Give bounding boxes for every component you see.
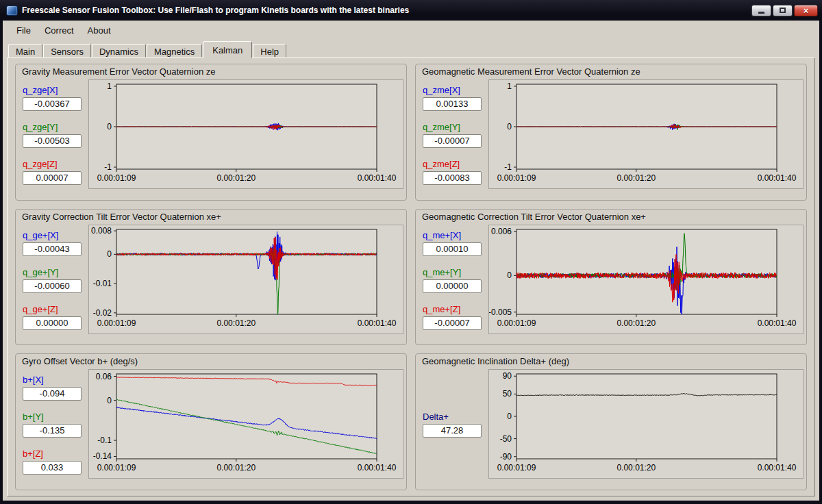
chart-geomagnetic-inclination: 90500-50-900.00:01:090.00:01:200.00:01:4… <box>488 369 804 479</box>
menu-item-about[interactable]: About <box>81 23 118 38</box>
maximize-button[interactable] <box>773 5 793 16</box>
tab-kalman[interactable]: Kalman <box>203 41 252 58</box>
field-q-ge-y: q_ge+[Y] -0.00060 <box>23 267 90 293</box>
svg-text:-90: -90 <box>500 452 512 462</box>
field-q-zme-x: q_zme[X] 0.00133 <box>423 85 490 111</box>
kalman-tab-panel: Gravity Measurement Error Vector Quatern… <box>7 58 815 496</box>
svg-text:0.00:01:20: 0.00:01:20 <box>616 318 656 328</box>
menu-item-correct[interactable]: Correct <box>38 23 81 38</box>
field-label-q-ge-x: q_ge+[X] <box>23 230 90 240</box>
field-value-q-me-y[interactable]: 0.00000 <box>423 279 482 293</box>
close-icon: × <box>804 5 809 16</box>
panel-title: Geomagnetic Measurement Error Vector Qua… <box>422 66 640 77</box>
chart-gyro-offset-vector: 0.060-0.1-0.140.00:01:090.00:01:200.00:0… <box>88 369 403 479</box>
menu-item-file[interactable]: File <box>10 23 38 38</box>
svg-text:1: 1 <box>107 81 112 91</box>
svg-text:0.00:01:40: 0.00:01:40 <box>358 173 397 183</box>
field-value-q-me-x[interactable]: 0.00010 <box>423 242 482 256</box>
tab-main[interactable]: Main <box>8 44 42 58</box>
svg-text:-0.14: -0.14 <box>93 452 112 462</box>
field-q-zme-y: q_zme[Y] -0.00007 <box>423 122 490 148</box>
field-label-q-ge-y: q_ge+[Y] <box>23 267 90 277</box>
window-controls: × <box>751 5 818 16</box>
svg-text:0: 0 <box>507 122 512 131</box>
field-label-q-zge-y: q_zge[Y] <box>23 122 90 132</box>
chart-svg: 0.0060-0.0050.00:01:090.00:01:200.00:01:… <box>489 225 803 333</box>
panel-geomagnetic-correction-tilt-error: Geomagnetic Correction Tilt Error Vector… <box>415 209 807 346</box>
tab-bar: Main Sensors Dynamics Magnetics Kalman H… <box>7 40 815 58</box>
chart-geomagnetic-measurement-error: 10-10.00:01:090.00:01:200.00:01:40 <box>488 79 804 189</box>
field-group: q_zge[X] -0.00367 q_zge[Y] -0.00503 q_zg… <box>23 85 90 196</box>
field-value-q-zge-y[interactable]: -0.00503 <box>23 134 82 148</box>
field-label-q-zme-x: q_zme[X] <box>423 85 490 95</box>
svg-text:0: 0 <box>507 412 512 421</box>
field-value-q-ge-y[interactable]: -0.00060 <box>23 279 82 293</box>
field-value-q-zme-x[interactable]: 0.00133 <box>423 97 482 111</box>
field-label-q-zge-x: q_zge[X] <box>23 85 90 95</box>
panel-title: Geomagnetic Correction Tilt Error Vector… <box>422 212 646 222</box>
field-value-b-x[interactable]: -0.094 <box>23 387 82 401</box>
svg-text:0: 0 <box>107 249 112 259</box>
window-body: File Correct About Main Sensors Dynamics… <box>3 21 819 501</box>
svg-text:0.00:01:09: 0.00:01:09 <box>97 173 136 183</box>
field-value-q-zge-z[interactable]: 0.00007 <box>23 171 82 185</box>
field-value-q-zge-x[interactable]: -0.00367 <box>23 97 82 111</box>
field-group: q_zme[X] 0.00133 q_zme[Y] -0.00007 q_zme… <box>423 85 490 196</box>
field-q-ge-z: q_ge+[Z] 0.00000 <box>23 304 90 330</box>
svg-text:0.00:01:40: 0.00:01:40 <box>358 318 397 328</box>
svg-text:0.06: 0.06 <box>96 372 112 381</box>
chart-gravity-measurement-error: 10-10.00:01:090.00:01:200.00:01:40 <box>88 79 403 189</box>
menu-bar: File Correct About <box>3 21 819 40</box>
field-value-delta[interactable]: 47.28 <box>423 424 482 438</box>
field-value-b-y[interactable]: -0.135 <box>23 424 82 438</box>
field-b-x: b+[X] -0.094 <box>23 375 90 401</box>
svg-text:0.00:01:40: 0.00:01:40 <box>758 318 797 328</box>
panel-title: Geomagnetic Inclination Delta+ (deg) <box>422 356 569 366</box>
maximize-icon <box>780 8 786 13</box>
svg-text:0.006: 0.006 <box>491 227 512 236</box>
panel-title: Gravity Correction Tilt Error Vector Qua… <box>22 212 221 222</box>
svg-text:0.00:01:09: 0.00:01:09 <box>497 318 536 328</box>
field-q-me-z: q_me+[Z] -0.00007 <box>423 304 490 330</box>
svg-text:0.00:01:20: 0.00:01:20 <box>216 318 256 328</box>
panel-gravity-measurement-error: Gravity Measurement Error Vector Quatern… <box>15 64 407 201</box>
field-label-q-me-z: q_me+[Z] <box>423 304 490 314</box>
app-icon <box>6 5 18 16</box>
minimize-icon <box>758 12 764 14</box>
field-q-me-y: q_me+[Y] 0.00000 <box>423 267 490 293</box>
svg-text:0.00:01:09: 0.00:01:09 <box>97 318 136 328</box>
tab-help[interactable]: Help <box>253 44 286 58</box>
field-value-q-ge-x[interactable]: -0.00043 <box>23 242 82 256</box>
field-value-q-zme-y[interactable]: -0.00007 <box>423 134 482 148</box>
field-q-me-x: q_me+[X] 0.00010 <box>423 230 490 256</box>
field-value-b-z[interactable]: 0.033 <box>23 461 82 475</box>
field-value-q-ge-z[interactable]: 0.00000 <box>23 316 82 330</box>
svg-text:-50: -50 <box>500 434 512 444</box>
svg-text:-0.02: -0.02 <box>93 308 112 318</box>
tab-magnetics[interactable]: Magnetics <box>147 44 202 58</box>
svg-text:-0.005: -0.005 <box>489 307 512 316</box>
panel-geomagnetic-measurement-error: Geomagnetic Measurement Error Vector Qua… <box>415 64 807 201</box>
svg-text:0.00:01:20: 0.00:01:20 <box>616 173 656 183</box>
field-group: q_ge+[X] -0.00043 q_ge+[Y] -0.00060 q_ge… <box>23 230 90 341</box>
svg-text:0.00:01:20: 0.00:01:20 <box>216 173 256 183</box>
field-delta: Delta+ 47.28 <box>423 412 490 438</box>
field-q-zge-y: q_zge[Y] -0.00503 <box>23 122 90 148</box>
svg-text:50: 50 <box>503 390 512 399</box>
close-button[interactable]: × <box>794 5 818 16</box>
field-label-q-zge-z: q_zge[Z] <box>23 159 90 169</box>
panel-title: Gravity Measurement Error Vector Quatern… <box>22 66 216 77</box>
field-q-zge-z: q_zge[Z] 0.00007 <box>23 159 90 185</box>
field-label-b-x: b+[X] <box>23 375 90 385</box>
svg-text:90: 90 <box>503 372 512 381</box>
field-value-q-zme-z[interactable]: -0.00083 <box>423 171 482 185</box>
tab-sensors[interactable]: Sensors <box>43 44 91 58</box>
minimize-button[interactable] <box>751 5 771 16</box>
tab-dynamics[interactable]: Dynamics <box>92 44 146 58</box>
field-b-z: b+[Z] 0.033 <box>23 449 90 475</box>
field-q-zge-x: q_zge[X] -0.00367 <box>23 85 90 111</box>
field-value-q-me-z[interactable]: -0.00007 <box>423 316 482 330</box>
chart-svg: 90500-50-900.00:01:090.00:01:200.00:01:4… <box>489 370 803 478</box>
svg-text:0.00:01:09: 0.00:01:09 <box>97 463 136 473</box>
field-group: Delta+ 47.28 <box>423 412 490 449</box>
